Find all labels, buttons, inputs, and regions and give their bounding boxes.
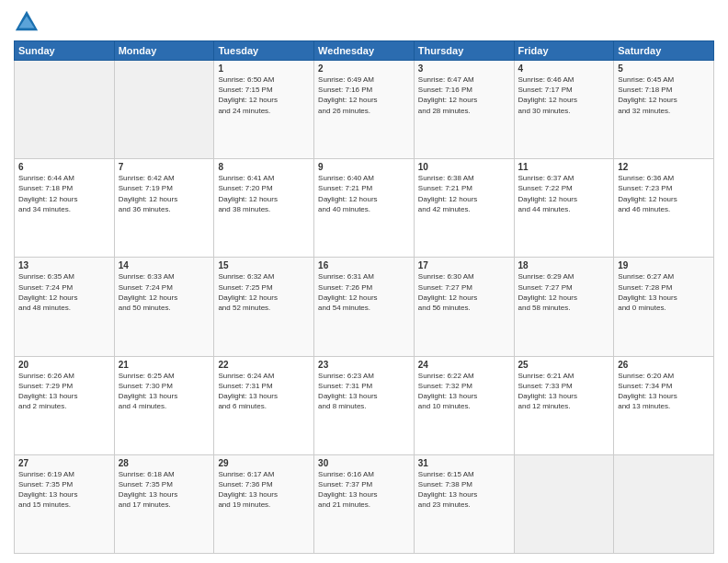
day-number: 18	[518, 260, 610, 270]
calendar-cell: 4Sunrise: 6:46 AM Sunset: 7:17 PM Daylig…	[514, 61, 614, 159]
calendar-cell: 26Sunrise: 6:20 AM Sunset: 7:34 PM Dayli…	[614, 356, 714, 454]
calendar: SundayMondayTuesdayWednesdayThursdayFrid…	[14, 40, 714, 554]
calendar-week-row: 20Sunrise: 6:26 AM Sunset: 7:29 PM Dayli…	[15, 356, 714, 454]
day-info: Sunrise: 6:23 AM Sunset: 7:31 PM Dayligh…	[318, 371, 410, 412]
calendar-cell: 15Sunrise: 6:32 AM Sunset: 7:25 PM Dayli…	[214, 258, 314, 356]
calendar-cell: 20Sunrise: 6:26 AM Sunset: 7:29 PM Dayli…	[15, 356, 115, 454]
day-number: 26	[618, 360, 710, 370]
day-number: 4	[518, 63, 610, 74]
calendar-body: 1Sunrise: 6:50 AM Sunset: 7:15 PM Daylig…	[15, 61, 714, 554]
day-number: 23	[318, 360, 410, 370]
calendar-cell: 22Sunrise: 6:24 AM Sunset: 7:31 PM Dayli…	[214, 356, 314, 454]
day-number: 3	[418, 63, 510, 74]
day-info: Sunrise: 6:29 AM Sunset: 7:27 PM Dayligh…	[518, 271, 610, 313]
calendar-cell: 17Sunrise: 6:30 AM Sunset: 7:27 PM Dayli…	[414, 258, 514, 356]
calendar-cell	[114, 61, 214, 159]
day-number: 29	[218, 458, 310, 468]
weekday-header: Saturday	[614, 41, 714, 61]
day-info: Sunrise: 6:45 AM Sunset: 7:18 PM Dayligh…	[618, 75, 710, 116]
day-info: Sunrise: 6:20 AM Sunset: 7:34 PM Dayligh…	[618, 371, 710, 412]
day-number: 7	[119, 162, 210, 172]
calendar-cell: 10Sunrise: 6:38 AM Sunset: 7:21 PM Dayli…	[414, 159, 514, 258]
weekday-row: SundayMondayTuesdayWednesdayThursdayFrid…	[15, 41, 714, 61]
weekday-header: Wednesday	[314, 41, 415, 61]
day-info: Sunrise: 6:19 AM Sunset: 7:35 PM Dayligh…	[18, 469, 110, 511]
day-number: 12	[618, 162, 710, 172]
calendar-cell: 9Sunrise: 6:40 AM Sunset: 7:21 PM Daylig…	[314, 159, 415, 258]
calendar-cell: 2Sunrise: 6:49 AM Sunset: 7:16 PM Daylig…	[314, 61, 415, 159]
day-number: 24	[418, 360, 510, 370]
weekday-header: Sunday	[15, 41, 115, 61]
day-number: 16	[318, 260, 410, 270]
calendar-cell: 8Sunrise: 6:41 AM Sunset: 7:20 PM Daylig…	[214, 159, 314, 258]
calendar-cell	[514, 454, 614, 553]
day-info: Sunrise: 6:31 AM Sunset: 7:26 PM Dayligh…	[318, 271, 410, 313]
day-number: 10	[418, 162, 510, 172]
calendar-cell: 25Sunrise: 6:21 AM Sunset: 7:33 PM Dayli…	[514, 356, 614, 454]
day-info: Sunrise: 6:49 AM Sunset: 7:16 PM Dayligh…	[318, 75, 410, 116]
day-number: 21	[119, 360, 210, 370]
calendar-cell	[15, 61, 115, 159]
calendar-cell: 7Sunrise: 6:42 AM Sunset: 7:19 PM Daylig…	[114, 159, 214, 258]
day-number: 13	[18, 260, 110, 270]
day-info: Sunrise: 6:46 AM Sunset: 7:17 PM Dayligh…	[518, 75, 610, 116]
day-info: Sunrise: 6:22 AM Sunset: 7:32 PM Dayligh…	[418, 371, 510, 412]
calendar-cell: 30Sunrise: 6:16 AM Sunset: 7:37 PM Dayli…	[314, 454, 415, 553]
day-info: Sunrise: 6:50 AM Sunset: 7:15 PM Dayligh…	[218, 75, 310, 116]
weekday-header: Tuesday	[214, 41, 314, 61]
day-number: 6	[18, 162, 110, 172]
calendar-week-row: 13Sunrise: 6:35 AM Sunset: 7:24 PM Dayli…	[15, 258, 714, 356]
calendar-cell: 13Sunrise: 6:35 AM Sunset: 7:24 PM Dayli…	[15, 258, 115, 356]
day-info: Sunrise: 6:26 AM Sunset: 7:29 PM Dayligh…	[18, 371, 110, 412]
calendar-cell: 28Sunrise: 6:18 AM Sunset: 7:35 PM Dayli…	[114, 454, 214, 553]
page: SundayMondayTuesdayWednesdayThursdayFrid…	[0, 0, 728, 563]
header	[14, 9, 714, 35]
logo	[14, 9, 43, 35]
calendar-cell: 24Sunrise: 6:22 AM Sunset: 7:32 PM Dayli…	[414, 356, 514, 454]
day-info: Sunrise: 6:21 AM Sunset: 7:33 PM Dayligh…	[518, 371, 610, 412]
day-info: Sunrise: 6:35 AM Sunset: 7:24 PM Dayligh…	[18, 271, 110, 313]
day-info: Sunrise: 6:27 AM Sunset: 7:28 PM Dayligh…	[618, 271, 710, 313]
calendar-cell: 1Sunrise: 6:50 AM Sunset: 7:15 PM Daylig…	[214, 61, 314, 159]
day-info: Sunrise: 6:18 AM Sunset: 7:35 PM Dayligh…	[119, 469, 210, 511]
day-info: Sunrise: 6:36 AM Sunset: 7:23 PM Dayligh…	[618, 173, 710, 214]
calendar-cell: 19Sunrise: 6:27 AM Sunset: 7:28 PM Dayli…	[614, 258, 714, 356]
day-info: Sunrise: 6:15 AM Sunset: 7:38 PM Dayligh…	[418, 469, 510, 511]
day-number: 22	[218, 360, 310, 370]
day-number: 31	[418, 458, 510, 468]
calendar-cell	[614, 454, 714, 553]
calendar-cell: 14Sunrise: 6:33 AM Sunset: 7:24 PM Dayli…	[114, 258, 214, 356]
day-info: Sunrise: 6:47 AM Sunset: 7:16 PM Dayligh…	[418, 75, 510, 116]
logo-icon	[14, 9, 40, 35]
day-info: Sunrise: 6:37 AM Sunset: 7:22 PM Dayligh…	[518, 173, 610, 214]
day-info: Sunrise: 6:44 AM Sunset: 7:18 PM Dayligh…	[18, 173, 110, 214]
day-number: 14	[119, 260, 210, 270]
day-number: 11	[518, 162, 610, 172]
calendar-week-row: 6Sunrise: 6:44 AM Sunset: 7:18 PM Daylig…	[15, 159, 714, 258]
day-number: 2	[318, 63, 410, 74]
day-number: 15	[218, 260, 310, 270]
day-number: 8	[218, 162, 310, 172]
day-info: Sunrise: 6:24 AM Sunset: 7:31 PM Dayligh…	[218, 371, 310, 412]
weekday-header: Monday	[114, 41, 214, 61]
calendar-cell: 23Sunrise: 6:23 AM Sunset: 7:31 PM Dayli…	[314, 356, 415, 454]
day-number: 27	[18, 458, 110, 468]
day-info: Sunrise: 6:16 AM Sunset: 7:37 PM Dayligh…	[318, 469, 410, 511]
day-info: Sunrise: 6:42 AM Sunset: 7:19 PM Dayligh…	[119, 173, 210, 214]
day-info: Sunrise: 6:33 AM Sunset: 7:24 PM Dayligh…	[119, 271, 210, 313]
calendar-cell: 3Sunrise: 6:47 AM Sunset: 7:16 PM Daylig…	[414, 61, 514, 159]
calendar-cell: 16Sunrise: 6:31 AM Sunset: 7:26 PM Dayli…	[314, 258, 415, 356]
calendar-cell: 11Sunrise: 6:37 AM Sunset: 7:22 PM Dayli…	[514, 159, 614, 258]
day-number: 5	[618, 63, 710, 74]
calendar-cell: 27Sunrise: 6:19 AM Sunset: 7:35 PM Dayli…	[15, 454, 115, 553]
day-number: 9	[318, 162, 410, 172]
day-number: 20	[18, 360, 110, 370]
day-number: 1	[218, 63, 310, 74]
day-number: 30	[318, 458, 410, 468]
weekday-header: Friday	[514, 41, 614, 61]
calendar-header: SundayMondayTuesdayWednesdayThursdayFrid…	[15, 41, 714, 61]
calendar-cell: 31Sunrise: 6:15 AM Sunset: 7:38 PM Dayli…	[414, 454, 514, 553]
day-number: 25	[518, 360, 610, 370]
day-info: Sunrise: 6:30 AM Sunset: 7:27 PM Dayligh…	[418, 271, 510, 313]
calendar-week-row: 1Sunrise: 6:50 AM Sunset: 7:15 PM Daylig…	[15, 61, 714, 159]
